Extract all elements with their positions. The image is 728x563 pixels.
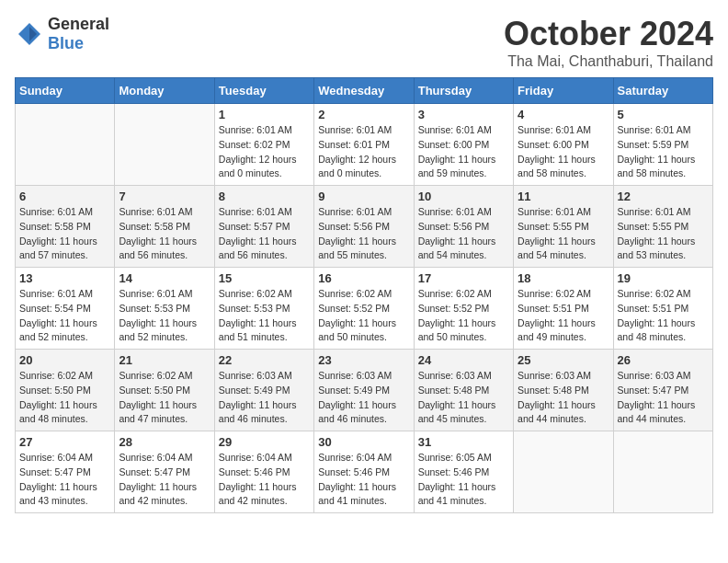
day-number: 26 [618,353,709,367]
day-info: Sunrise: 6:01 AM Sunset: 6:00 PM Dayligh… [518,123,609,181]
weekday-header: Friday [514,78,613,104]
day-info: Sunrise: 6:01 AM Sunset: 6:02 PM Dayligh… [219,123,310,181]
calendar-day-cell: 9Sunrise: 6:01 AM Sunset: 5:56 PM Daylig… [314,186,414,268]
day-number: 25 [518,353,609,367]
calendar-day-cell: 13Sunrise: 6:01 AM Sunset: 5:54 PM Dayli… [16,268,115,350]
day-number: 2 [318,108,409,121]
calendar-day-cell: 17Sunrise: 6:02 AM Sunset: 5:52 PM Dayli… [414,268,513,350]
day-info: Sunrise: 6:01 AM Sunset: 5:57 PM Dayligh… [219,205,310,263]
day-info: Sunrise: 6:01 AM Sunset: 5:55 PM Dayligh… [518,205,609,263]
day-number: 6 [19,190,110,203]
calendar-week-row: 13Sunrise: 6:01 AM Sunset: 5:54 PM Dayli… [16,268,713,350]
weekday-header: Wednesday [314,78,414,104]
calendar-day-cell: 6Sunrise: 6:01 AM Sunset: 5:58 PM Daylig… [16,186,115,268]
calendar-day-cell [16,104,115,186]
weekday-header: Tuesday [214,78,313,104]
day-number: 13 [19,271,110,285]
day-info: Sunrise: 6:01 AM Sunset: 5:56 PM Dayligh… [318,205,409,263]
calendar-week-row: 27Sunrise: 6:04 AM Sunset: 5:47 PM Dayli… [16,431,713,513]
calendar-day-cell [514,431,613,513]
day-number: 11 [518,190,609,203]
calendar-day-cell: 22Sunrise: 6:03 AM Sunset: 5:49 PM Dayli… [214,350,313,431]
day-number: 31 [418,435,509,449]
day-number: 16 [318,271,409,285]
calendar-day-cell: 29Sunrise: 6:04 AM Sunset: 5:46 PM Dayli… [214,431,313,513]
weekday-header: Sunday [16,78,115,104]
day-number: 14 [119,271,210,285]
day-info: Sunrise: 6:02 AM Sunset: 5:53 PM Dayligh… [219,287,310,345]
day-info: Sunrise: 6:02 AM Sunset: 5:50 PM Dayligh… [19,369,110,427]
month-title: October 2024 [504,15,713,53]
day-number: 29 [219,435,310,449]
calendar-day-cell: 5Sunrise: 6:01 AM Sunset: 5:59 PM Daylig… [613,104,712,186]
day-number: 10 [418,190,509,203]
calendar-day-cell: 18Sunrise: 6:02 AM Sunset: 5:51 PM Dayli… [514,268,613,350]
weekday-header: Saturday [613,78,712,104]
logo-blue-text: Blue [48,34,84,52]
day-number: 21 [119,353,210,367]
calendar-day-cell: 10Sunrise: 6:01 AM Sunset: 5:56 PM Dayli… [414,186,513,268]
day-info: Sunrise: 6:01 AM Sunset: 5:59 PM Dayligh… [618,123,709,181]
day-number: 20 [19,353,110,367]
day-number: 8 [219,190,310,203]
day-number: 1 [219,108,310,121]
day-info: Sunrise: 6:03 AM Sunset: 5:49 PM Dayligh… [219,369,310,427]
day-number: 15 [219,271,310,285]
location-title: Tha Mai, Chanthaburi, Thailand [504,53,713,70]
calendar-day-cell: 21Sunrise: 6:02 AM Sunset: 5:50 PM Dayli… [115,350,214,431]
day-number: 18 [518,271,609,285]
day-info: Sunrise: 6:01 AM Sunset: 6:01 PM Dayligh… [318,123,409,181]
calendar-header-row: SundayMondayTuesdayWednesdayThursdayFrid… [16,78,713,104]
day-info: Sunrise: 6:02 AM Sunset: 5:51 PM Dayligh… [518,287,609,345]
calendar-day-cell: 14Sunrise: 6:01 AM Sunset: 5:53 PM Dayli… [115,268,214,350]
calendar-day-cell: 16Sunrise: 6:02 AM Sunset: 5:52 PM Dayli… [314,268,414,350]
day-number: 24 [418,353,509,367]
day-info: Sunrise: 6:01 AM Sunset: 5:53 PM Dayligh… [119,287,210,345]
day-number: 19 [618,271,709,285]
calendar-day-cell [613,431,712,513]
day-number: 27 [19,435,110,449]
calendar-day-cell: 23Sunrise: 6:03 AM Sunset: 5:49 PM Dayli… [314,350,414,431]
calendar-day-cell: 2Sunrise: 6:01 AM Sunset: 6:01 PM Daylig… [314,104,414,186]
logo: General Blue [15,15,109,53]
day-info: Sunrise: 6:01 AM Sunset: 5:55 PM Dayligh… [618,205,709,263]
day-info: Sunrise: 6:04 AM Sunset: 5:46 PM Dayligh… [318,451,409,509]
calendar-table: SundayMondayTuesdayWednesdayThursdayFrid… [15,77,713,513]
day-info: Sunrise: 6:05 AM Sunset: 5:46 PM Dayligh… [418,451,509,509]
calendar-day-cell: 3Sunrise: 6:01 AM Sunset: 6:00 PM Daylig… [414,104,513,186]
calendar-day-cell: 12Sunrise: 6:01 AM Sunset: 5:55 PM Dayli… [613,186,712,268]
day-info: Sunrise: 6:01 AM Sunset: 6:00 PM Dayligh… [418,123,509,181]
calendar-day-cell: 30Sunrise: 6:04 AM Sunset: 5:46 PM Dayli… [314,431,414,513]
weekday-header: Thursday [414,78,513,104]
day-info: Sunrise: 6:04 AM Sunset: 5:47 PM Dayligh… [19,451,110,509]
calendar-day-cell: 4Sunrise: 6:01 AM Sunset: 6:00 PM Daylig… [514,104,613,186]
day-number: 30 [318,435,409,449]
day-number: 7 [119,190,210,203]
day-info: Sunrise: 6:02 AM Sunset: 5:51 PM Dayligh… [618,287,709,345]
day-info: Sunrise: 6:01 AM Sunset: 5:56 PM Dayligh… [418,205,509,263]
day-number: 4 [518,108,609,121]
day-number: 28 [119,435,210,449]
day-info: Sunrise: 6:02 AM Sunset: 5:52 PM Dayligh… [418,287,509,345]
day-info: Sunrise: 6:01 AM Sunset: 5:58 PM Dayligh… [19,205,110,263]
calendar-day-cell: 20Sunrise: 6:02 AM Sunset: 5:50 PM Dayli… [16,350,115,431]
calendar-day-cell: 25Sunrise: 6:03 AM Sunset: 5:48 PM Dayli… [514,350,613,431]
logo-icon [15,19,44,49]
calendar-day-cell: 1Sunrise: 6:01 AM Sunset: 6:02 PM Daylig… [214,104,313,186]
calendar-week-row: 6Sunrise: 6:01 AM Sunset: 5:58 PM Daylig… [16,186,713,268]
calendar-day-cell: 7Sunrise: 6:01 AM Sunset: 5:58 PM Daylig… [115,186,214,268]
day-number: 23 [318,353,409,367]
page-header: General Blue October 2024 Tha Mai, Chant… [15,15,713,70]
day-info: Sunrise: 6:03 AM Sunset: 5:49 PM Dayligh… [318,369,409,427]
calendar-day-cell: 19Sunrise: 6:02 AM Sunset: 5:51 PM Dayli… [613,268,712,350]
calendar-week-row: 20Sunrise: 6:02 AM Sunset: 5:50 PM Dayli… [16,350,713,431]
day-info: Sunrise: 6:01 AM Sunset: 5:54 PM Dayligh… [19,287,110,345]
calendar-day-cell: 31Sunrise: 6:05 AM Sunset: 5:46 PM Dayli… [414,431,513,513]
day-info: Sunrise: 6:03 AM Sunset: 5:47 PM Dayligh… [618,369,709,427]
calendar-day-cell: 15Sunrise: 6:02 AM Sunset: 5:53 PM Dayli… [214,268,313,350]
day-number: 5 [618,108,709,121]
weekday-header: Monday [115,78,214,104]
day-info: Sunrise: 6:02 AM Sunset: 5:52 PM Dayligh… [318,287,409,345]
calendar-day-cell: 27Sunrise: 6:04 AM Sunset: 5:47 PM Dayli… [16,431,115,513]
logo-general-text: General [48,15,109,33]
